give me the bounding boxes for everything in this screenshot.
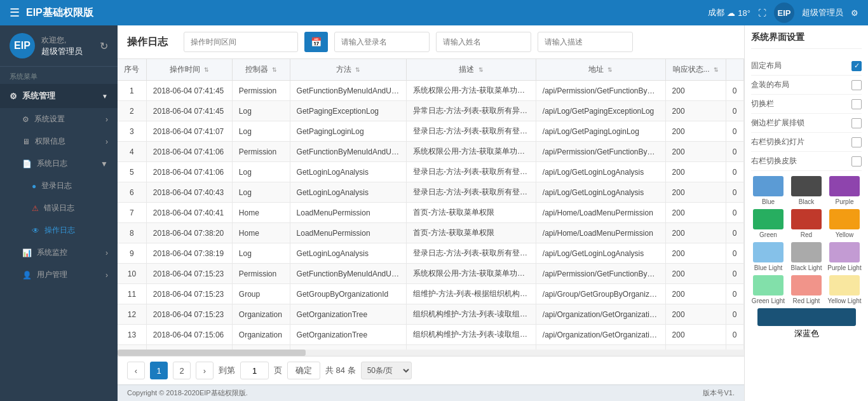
sidebar-item-operation-log[interactable]: 👁 操作日志 bbox=[0, 219, 118, 241]
setting-label: 侧边栏扩展排锁 bbox=[751, 118, 804, 128]
cell-addr: /api/Home/LoadMenuPermission bbox=[536, 203, 665, 223]
skin-swatch-green[interactable]: Green bbox=[751, 209, 785, 238]
table-row: 10 2018-06-04 07:15:23 Permission GetFun… bbox=[118, 264, 744, 284]
description-input[interactable] bbox=[538, 32, 633, 52]
cell-no: 8 bbox=[118, 223, 146, 243]
col-desc[interactable]: 描述 ⇅ bbox=[406, 59, 536, 81]
sidebar-user-section: EIP 欢迎您, 超级管理员 ↻ bbox=[0, 25, 118, 67]
table-row: 8 2018-06-04 07:38:20 Home LoadMenuPermi… bbox=[118, 223, 744, 243]
cell-time: 2018-06-04 07:38:20 bbox=[146, 223, 232, 243]
table-row: 7 2018-06-04 07:40:41 Home LoadMenuPermi… bbox=[118, 203, 744, 223]
setting-label: 盒装的布局 bbox=[751, 79, 789, 90]
skin-swatch-black-light[interactable]: Black Light bbox=[789, 242, 824, 271]
prev-page-button[interactable]: ‹ bbox=[127, 362, 145, 379]
setting-checkbox[interactable] bbox=[851, 80, 862, 90]
sidebar-item-user-mgmt[interactable]: 👤 用户管理 › bbox=[0, 264, 118, 286]
cell-extra: 0 bbox=[726, 203, 743, 223]
per-page-select[interactable]: 50条/页 20条/页 100条/页 bbox=[361, 362, 412, 379]
col-time[interactable]: 操作时间 ⇅ bbox=[146, 59, 232, 81]
sidebar-item-system-settings[interactable]: ⚙ 系统设置 › bbox=[0, 108, 118, 130]
setting-item-sidebar-expand: 侧边栏扩展排锁 bbox=[751, 114, 862, 133]
refresh-icon[interactable]: ↻ bbox=[100, 40, 108, 52]
cell-controller: Organization bbox=[232, 325, 290, 345]
cell-no: 6 bbox=[118, 182, 146, 203]
cell-no: 9 bbox=[118, 243, 146, 264]
cell-extra: 0 bbox=[726, 304, 743, 325]
skin-swatch-green-light[interactable]: Green Light bbox=[751, 275, 785, 304]
col-status[interactable]: 响应状态... ⇅ bbox=[665, 59, 726, 81]
cell-status: 200 bbox=[665, 243, 726, 264]
cell-time: 2018-06-04 07:15:23 bbox=[146, 304, 232, 325]
col-method[interactable]: 方法 ⇅ bbox=[290, 59, 406, 81]
login-name-input[interactable] bbox=[334, 32, 430, 52]
temperature: 18° bbox=[738, 8, 750, 18]
skin-swatch-black[interactable]: Black bbox=[789, 176, 824, 205]
col-addr[interactable]: 地址 ⇅ bbox=[536, 59, 665, 81]
skin-color-green bbox=[753, 209, 783, 229]
skin-swatch-yellow[interactable]: Yellow bbox=[827, 209, 862, 238]
header-right: 成都 ☁ 18° ⛶ EIP 超级管理员 ⚙ bbox=[708, 3, 858, 23]
skin-swatch-purple[interactable]: Purple bbox=[827, 176, 862, 205]
setting-checkbox[interactable] bbox=[851, 118, 862, 128]
gear-icon: ⚙ bbox=[10, 92, 17, 101]
page-1-button[interactable]: 1 bbox=[150, 362, 168, 379]
setting-item-boxed-layout: 盒装的布局 bbox=[751, 76, 862, 95]
skin-swatch-purple-light[interactable]: Purple Light bbox=[827, 242, 862, 271]
skin-label-purple: Purple bbox=[836, 198, 854, 205]
horizontal-scrollbar[interactable] bbox=[118, 350, 744, 356]
deep-blue-swatch[interactable]: 深蓝色 bbox=[751, 308, 862, 339]
setting-label: 固定布局 bbox=[751, 60, 782, 71]
next-page-button[interactable]: › bbox=[196, 362, 214, 379]
cell-addr: /api/Permission/GetFunctionByMen... bbox=[536, 142, 665, 162]
skin-label-blue-light: Blue Light bbox=[754, 264, 782, 271]
skin-swatch-red[interactable]: Red bbox=[789, 209, 824, 238]
cell-method: LoadMenuPermission bbox=[290, 223, 406, 243]
cell-controller: Home bbox=[232, 203, 290, 223]
page-2-button[interactable]: 2 bbox=[173, 362, 191, 379]
calendar-button[interactable]: 📅 bbox=[304, 32, 328, 52]
sidebar-item-system-log[interactable]: 📄 系统日志 ▼ bbox=[0, 153, 118, 175]
cell-status: 200 bbox=[665, 142, 726, 162]
sidebar-item-error-log[interactable]: ⚠ 错误日志 bbox=[0, 197, 118, 219]
sidebar-item-permissions[interactable]: 🖥 权限信息 › bbox=[0, 130, 118, 153]
cell-method: GetFunctionByMenuIdAndUserId bbox=[290, 264, 406, 284]
fullscreen-icon[interactable]: ⛶ bbox=[758, 8, 766, 18]
setting-item-switch-tab: 切换栏 bbox=[751, 95, 862, 114]
sidebar-item-system-monitor[interactable]: 📊 系统监控 › bbox=[0, 241, 118, 264]
circle-icon: ● bbox=[32, 182, 36, 191]
cell-time: 2018-06-04 07:40:43 bbox=[146, 182, 232, 203]
cell-desc: 系统权限公用-方法-获取菜单功能... bbox=[406, 81, 536, 101]
menu-toggle-icon[interactable]: ☰ bbox=[10, 6, 20, 20]
skin-color-black-light bbox=[791, 242, 822, 262]
setting-checkbox[interactable] bbox=[851, 156, 862, 167]
settings-icon[interactable]: ⚙ bbox=[851, 8, 858, 18]
skin-swatch-blue[interactable]: Blue bbox=[751, 176, 785, 205]
real-name-input[interactable] bbox=[436, 32, 531, 52]
top-header: ☰ EIP基础权限版 成都 ☁ 18° ⛶ EIP 超级管理员 ⚙ bbox=[0, 0, 868, 25]
sidebar-item-login-log[interactable]: ● 登录日志 bbox=[0, 175, 118, 197]
confirm-button[interactable]: 确定 bbox=[287, 362, 320, 379]
skin-swatch-red-light[interactable]: Red Light bbox=[789, 275, 824, 304]
cell-method: GetLoginLogAnalysis bbox=[290, 182, 406, 203]
skin-label-yellow: Yellow bbox=[836, 231, 854, 238]
cell-desc: 登录日志-方法-列表-获取所有登录... bbox=[406, 121, 536, 142]
cell-addr: /api/Permission/GetFunctionByMen... bbox=[536, 264, 665, 284]
cell-extra: 0 bbox=[726, 264, 743, 284]
setting-checkbox[interactable]: ✓ bbox=[851, 61, 862, 71]
sidebar-item-system-mgmt[interactable]: ⚙ 系统管理 ▼ bbox=[0, 84, 118, 108]
admin-avatar: EIP bbox=[774, 3, 794, 23]
cell-addr: /api/Organization/GetOrganizationT... bbox=[536, 325, 665, 345]
skin-swatch-blue-light[interactable]: Blue Light bbox=[751, 242, 785, 271]
col-controller[interactable]: 控制器 ⇅ bbox=[232, 59, 290, 81]
page-number-input[interactable] bbox=[240, 362, 269, 379]
time-range-input[interactable] bbox=[184, 32, 298, 52]
setting-checkbox[interactable] bbox=[851, 99, 862, 109]
cell-method: GetOrganizationTree bbox=[290, 304, 406, 325]
setting-checkbox[interactable] bbox=[851, 137, 862, 147]
cell-desc: 登录日志-方法-列表-获取所有登录... bbox=[406, 162, 536, 182]
cell-time: 2018-06-04 07:41:06 bbox=[146, 162, 232, 182]
cell-time: 2018-06-04 07:41:45 bbox=[146, 101, 232, 121]
skin-swatch-yellow-light[interactable]: Yellow Light bbox=[827, 275, 862, 304]
goto-label: 到第 bbox=[219, 365, 235, 376]
operation-log-table: 序号 操作时间 ⇅ 控制器 ⇅ 方法 ⇅ 描述 ⇅ 地址 ⇅ 响应状态... ⇅… bbox=[118, 59, 744, 350]
